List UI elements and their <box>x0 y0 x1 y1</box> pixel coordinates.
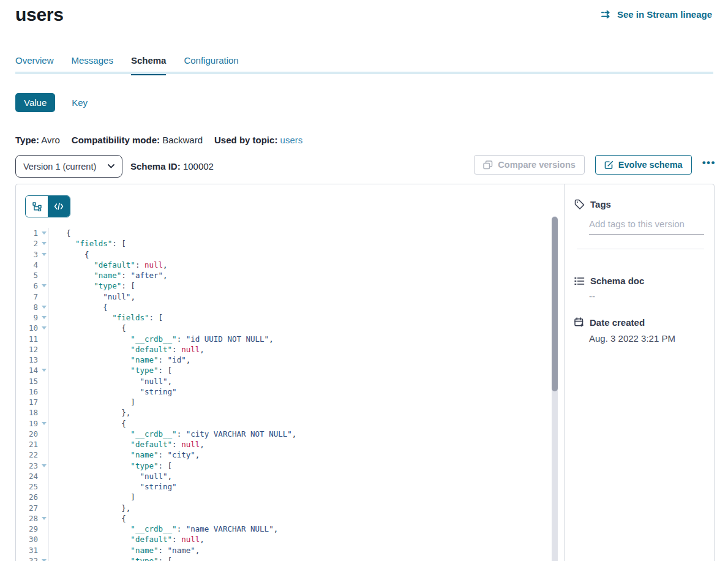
tab-schema[interactable]: Schema <box>131 55 167 72</box>
editor-scrollbar-thumb[interactable] <box>552 217 558 391</box>
tab-overview[interactable]: Overview <box>15 55 54 72</box>
code-line: 14 "type": [ <box>16 365 551 375</box>
fold-arrow-icon[interactable] <box>42 369 47 372</box>
fold-arrow-icon[interactable] <box>42 242 47 245</box>
code-line-text: "string" <box>49 386 177 397</box>
code-line-text: "null", <box>49 376 172 386</box>
line-number: 7 <box>33 292 38 301</box>
code-line: 20 "__crdb__": "city VARCHAR NOT NULL", <box>16 429 551 439</box>
fold-arrow-icon[interactable] <box>42 253 47 256</box>
fold-arrow-icon[interactable] <box>42 422 47 425</box>
edit-icon <box>604 160 614 170</box>
key-toggle-button[interactable]: Key <box>72 97 88 108</box>
date-created-section-header: Date created <box>574 317 645 328</box>
schema-sidebar: Tags Schema doc -- <box>564 184 715 561</box>
schema-doc-section-header: Schema doc <box>574 276 644 286</box>
schema-page: users See in Stream lineage Overview Mes… <box>0 0 728 561</box>
tree-view-button[interactable] <box>26 196 48 217</box>
code-line: 5 "name": "after", <box>16 270 551 280</box>
tab-bar-underline <box>15 72 713 74</box>
calendar-plus-icon <box>574 317 584 328</box>
fold-arrow-icon[interactable] <box>42 517 47 520</box>
code-line: 6 "type": [ <box>16 280 551 291</box>
code-line-text: "name": "name", <box>49 545 200 555</box>
code-line-text: "__crdb__": "id UUID NOT NULL", <box>49 334 274 344</box>
schema-panel: 1{2 "fields": [3 {4 "default": null,5 "n… <box>15 184 715 561</box>
code-view-icon <box>54 203 64 210</box>
code-line-text: ] <box>49 397 135 407</box>
line-number: 5 <box>33 271 38 280</box>
line-number: 11 <box>29 334 38 344</box>
code-line: 17 ] <box>16 397 551 407</box>
line-number: 32 <box>29 556 38 561</box>
line-number: 1 <box>33 228 38 238</box>
date-created-value: Aug. 3 2022 3:21 PM <box>589 333 675 344</box>
code-line: 19 { <box>16 418 551 429</box>
value-toggle-button[interactable]: Value <box>15 93 55 112</box>
code-line-text: "null", <box>49 292 135 302</box>
code-line-text: { <box>49 418 126 429</box>
code-line-text: { <box>49 228 71 238</box>
code-line: 32 "type": [ <box>16 555 551 561</box>
compare-versions-button[interactable]: Compare versions <box>474 155 585 175</box>
more-options-button[interactable]: ••• <box>702 157 716 173</box>
tree-view-icon <box>32 202 42 211</box>
line-number: 24 <box>29 472 38 481</box>
list-icon <box>574 277 585 285</box>
chevron-down-icon <box>108 164 114 168</box>
code-line: 3 { <box>16 249 551 260</box>
topic-link[interactable]: users <box>280 135 303 145</box>
code-line: 26 ] <box>16 492 551 502</box>
code-line: 27 }, <box>16 503 551 513</box>
schema-meta: Type: Avro Compatibility mode: Backward … <box>15 135 302 145</box>
code-line-text: "default": null, <box>49 344 205 355</box>
code-line-text: "type": [ <box>49 280 135 291</box>
line-number: 21 <box>29 440 38 449</box>
code-line: 23 "type": [ <box>16 461 551 471</box>
code-line-text: "default": null, <box>49 260 168 270</box>
fold-arrow-icon[interactable] <box>42 232 47 235</box>
fold-arrow-icon[interactable] <box>42 326 47 329</box>
stream-lineage-link[interactable]: See in Stream lineage <box>601 9 712 20</box>
line-number: 20 <box>29 429 38 439</box>
code-line-text: "__crdb__": "name VARCHAR NULL", <box>49 524 278 534</box>
fold-arrow-icon[interactable] <box>42 284 47 287</box>
line-number: 28 <box>29 514 38 523</box>
line-number: 22 <box>29 450 38 459</box>
tag-icon <box>574 199 585 209</box>
tab-configuration[interactable]: Configuration <box>184 55 238 72</box>
code-line: 25 "string" <box>16 481 551 492</box>
fold-arrow-icon[interactable] <box>42 306 47 309</box>
schema-view-toggle <box>25 195 70 217</box>
code-lines: 1{2 "fields": [3 {4 "default": null,5 "n… <box>16 228 551 561</box>
line-number: 27 <box>29 503 38 513</box>
code-line-text: "fields": [ <box>49 312 163 323</box>
tab-messages[interactable]: Messages <box>72 55 113 72</box>
code-line: 11 "__crdb__": "id UUID NOT NULL", <box>16 334 551 344</box>
line-number: 17 <box>29 397 38 407</box>
line-number: 31 <box>29 546 38 555</box>
line-number: 16 <box>29 387 38 396</box>
line-number: 26 <box>29 492 38 502</box>
code-line-text: { <box>49 249 89 260</box>
line-number: 12 <box>29 345 38 354</box>
version-select[interactable]: Version 1 (current) <box>15 155 122 178</box>
sidebar-divider <box>577 249 704 249</box>
code-line: 22 "name": "city", <box>16 450 551 460</box>
fold-arrow-icon[interactable] <box>42 464 47 467</box>
code-line-text: ] <box>49 492 135 502</box>
compatibility-field: Compatibility mode: Backward <box>72 135 203 145</box>
line-number: 18 <box>29 408 38 417</box>
fold-arrow-icon[interactable] <box>42 316 47 319</box>
compare-versions-icon <box>483 160 493 170</box>
line-number: 13 <box>29 355 38 364</box>
code-line: 30 "default": null, <box>16 534 551 544</box>
code-line: 15 "null", <box>16 376 551 386</box>
evolve-schema-button[interactable]: Evolve schema <box>595 155 692 175</box>
code-line-text: }, <box>49 503 130 513</box>
add-tags-input[interactable] <box>589 219 704 235</box>
tags-section-header: Tags <box>574 199 611 209</box>
type-field: Type: Avro <box>15 135 60 145</box>
code-view-button[interactable] <box>48 196 70 217</box>
code-line-text: "default": null, <box>49 534 205 544</box>
